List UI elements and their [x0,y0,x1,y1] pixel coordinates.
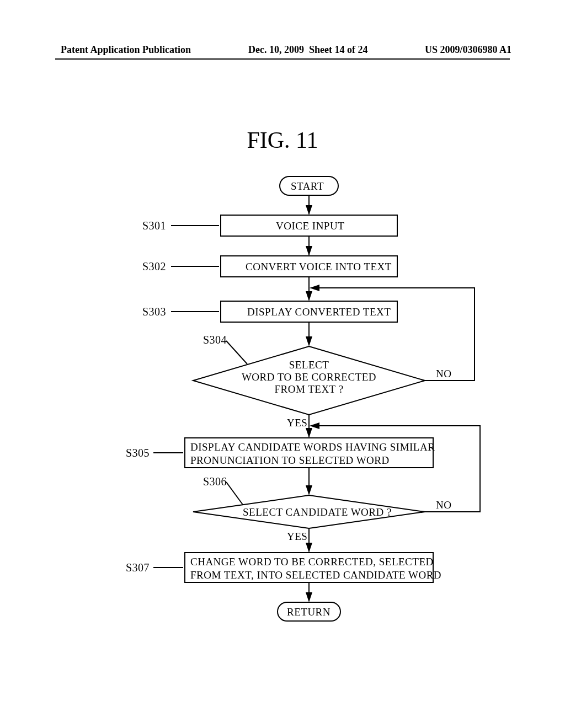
start-label: START [291,180,324,192]
s306-text: SELECT CANDIDATE WORD ? [243,506,392,518]
s301-text: VOICE INPUT [276,220,344,232]
return-label: RETURN [287,606,331,618]
s302-text: CONVERT VOICE INTO TEXT [246,261,392,273]
s306-yes: YES [287,531,307,543]
s306-id: S306 [203,475,227,488]
s304-yes: YES [287,417,307,429]
s305-text: DISPLAY CANDIDATE WORDS HAVING SIMILAR P… [190,441,435,467]
s306-leader [226,482,243,505]
s304-text: SELECT WORD TO BE CORRECTED FROM TEXT ? [237,359,381,395]
s301-id: S301 [142,220,166,232]
s307-text: CHANGE WORD TO BE CORRECTED, SELECTED FR… [190,555,441,582]
s302-id: S302 [142,260,166,273]
s304-no: NO [436,368,451,380]
s306-no: NO [436,499,451,511]
s304-id: S304 [203,334,227,346]
s307-id: S307 [126,561,150,574]
s305-id: S305 [126,447,150,459]
s303-id: S303 [142,306,166,318]
s303-text: DISPLAY CONVERTED TEXT [247,306,391,318]
